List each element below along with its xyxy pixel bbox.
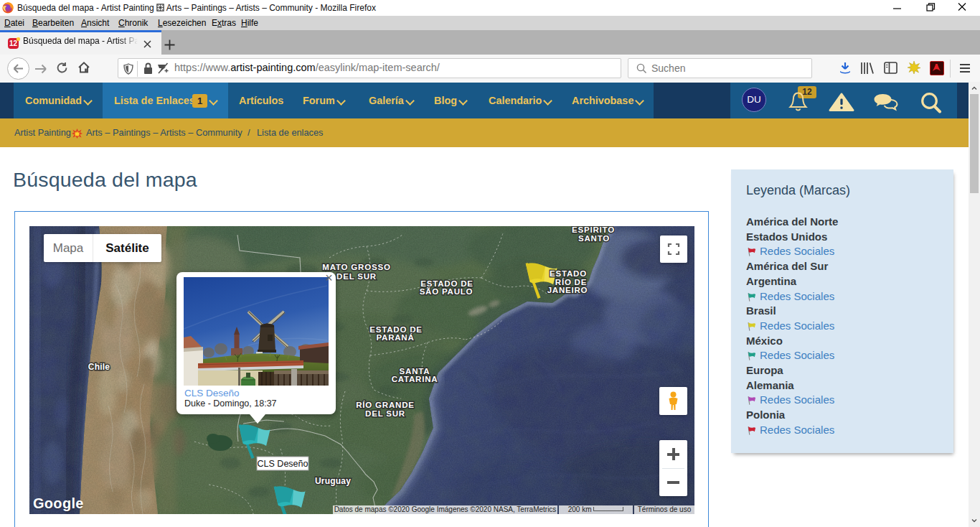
svg-text:SANTO: SANTO <box>578 234 610 243</box>
svg-text:PARANÁ: PARANÁ <box>376 333 414 342</box>
svg-text:CATARINA: CATARINA <box>392 375 438 383</box>
svg-text:DEL SUR: DEL SUR <box>365 409 405 418</box>
svg-text:CLS Deseño: CLS Deseño <box>258 459 308 469</box>
svg-text:Chile: Chile <box>88 362 110 372</box>
svg-text:Uruguay: Uruguay <box>315 476 351 486</box>
svg-text:ESPIRITO: ESPIRITO <box>572 226 615 234</box>
svg-text:JANEIRO: JANEIRO <box>547 286 588 294</box>
svg-text:ESTADO: ESTADO <box>550 269 587 278</box>
svg-text:DEL SUR: DEL SUR <box>336 272 377 281</box>
svg-text:SÃO PAULO: SÃO PAULO <box>420 287 473 296</box>
svg-text:RÍO GRANDE: RÍO GRANDE <box>356 401 414 409</box>
